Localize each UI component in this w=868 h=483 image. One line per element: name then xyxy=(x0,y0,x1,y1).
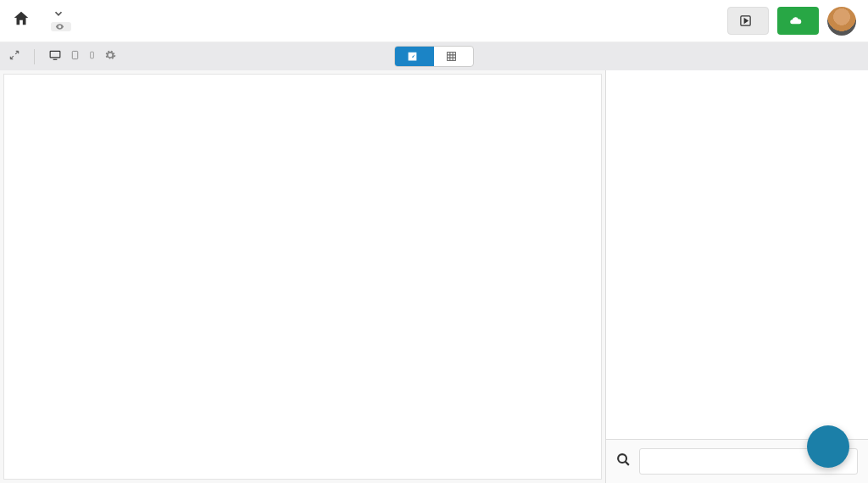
privacy-badge[interactable] xyxy=(51,22,71,31)
create-story-button[interactable] xyxy=(727,7,769,35)
tablet-icon[interactable] xyxy=(70,49,80,64)
gear-icon[interactable] xyxy=(104,49,116,64)
tab-data[interactable] xyxy=(434,47,473,66)
tab-preview[interactable] xyxy=(395,47,434,66)
export-publish-button[interactable] xyxy=(777,7,819,35)
svg-line-12 xyxy=(626,462,629,465)
byline xyxy=(47,22,727,34)
svg-point-11 xyxy=(618,454,626,463)
mobile-icon[interactable] xyxy=(88,49,96,64)
chart-area xyxy=(0,70,605,483)
view-tabs xyxy=(394,46,474,67)
svg-marker-1 xyxy=(744,19,748,23)
svg-rect-2 xyxy=(50,51,60,58)
chevron-down-icon[interactable] xyxy=(53,8,64,22)
home-icon[interactable] xyxy=(12,9,31,33)
grid-icon xyxy=(446,51,457,62)
svg-rect-4 xyxy=(72,51,77,58)
svg-rect-5 xyxy=(91,52,94,58)
search-icon xyxy=(616,452,631,470)
cloud-icon xyxy=(789,14,802,27)
svg-rect-6 xyxy=(448,53,456,61)
scatter-chart[interactable] xyxy=(4,75,601,479)
play-icon xyxy=(739,14,752,27)
expand-icon[interactable] xyxy=(8,49,20,64)
help-button[interactable] xyxy=(807,425,849,468)
avatar[interactable] xyxy=(827,7,856,36)
divider xyxy=(34,49,35,64)
chart-icon xyxy=(407,51,418,62)
desktop-icon[interactable] xyxy=(48,49,62,64)
title-block xyxy=(47,8,727,34)
eye-icon xyxy=(55,22,64,31)
settings-panels xyxy=(606,70,868,439)
